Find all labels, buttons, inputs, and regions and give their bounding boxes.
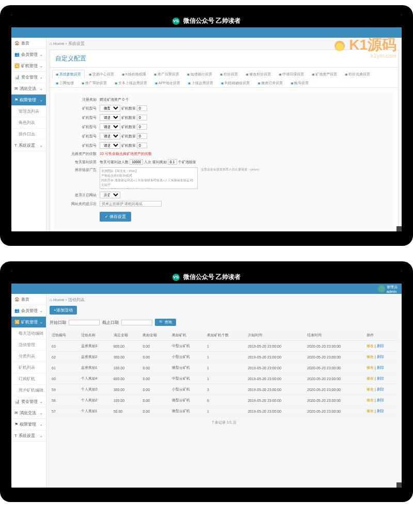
tab-11[interactable]: ▣推广帮助设置 <box>78 79 110 87</box>
open-select[interactable]: 开启 <box>100 192 120 198</box>
nav-icon: 📊 <box>14 75 20 80</box>
sidebar-sub-管理员列表[interactable]: 管理员列表 <box>11 106 46 117</box>
tab-0[interactable]: ▣系统参数设置 <box>52 70 85 79</box>
sidebar-item-会员管理[interactable]: 👥会员管理⌄ <box>11 305 46 317</box>
tab-14[interactable]: ▣上煤运用设置 <box>184 79 217 87</box>
tab-15[interactable]: ▣利得精确值设置 <box>217 79 253 87</box>
title-text: 微信公众号 乙帅读者 <box>183 17 241 24</box>
sidebar-item-系统设置[interactable]: T系统设置⌄ <box>11 430 46 442</box>
edit-link[interactable]: 修改 <box>367 377 374 380</box>
delete-link[interactable]: 删除 <box>377 398 384 402</box>
tab-icon: ▣ <box>291 82 294 85</box>
filter-row: 开始日期 截止日期 🔍 查询 <box>50 319 399 326</box>
edit-link[interactable]: 修改 <box>367 409 374 413</box>
tab-8[interactable]: ▣矿池资产设置 <box>308 70 341 79</box>
edit-link[interactable]: 修改 <box>367 398 374 402</box>
sidebar-item-系统设置[interactable]: T系统设置⌄ <box>11 140 46 151</box>
tab-4[interactable]: ▣短信银行设置 <box>183 70 216 79</box>
delete-link[interactable]: 删除 <box>377 344 384 348</box>
table-row: 61直推奖励1100.000.00微型云矿机12019-05-20 23:00:… <box>50 363 399 373</box>
kj-count-input-4[interactable] <box>137 143 147 148</box>
promo-textarea[interactable]: 亚洲国际【英文名：PHK】 严格组合准则影响模式 内部库存 连接验证码送+上市前… <box>100 167 198 189</box>
activity-table: 活动编号活动名称满足金额奖励金额奖励矿机奖励矿机个数开始时间结束时间操作 63直… <box>50 330 399 417</box>
close-label: 网站关闭提示语 <box>65 201 100 207</box>
nav-icon: ✉ <box>14 411 18 415</box>
tab-icon: ▣ <box>89 73 92 76</box>
col-header: 奖励矿机个数 <box>205 330 246 341</box>
sidebar-item-首页[interactable]: 🏠首页 <box>11 294 46 305</box>
kj-count-input-0[interactable] <box>137 105 147 111</box>
delete-link[interactable]: 删除 <box>377 355 384 358</box>
chevron-down-icon: ⌄ <box>40 87 43 91</box>
tab-12[interactable]: ▣文本上煤运用设置 <box>111 79 151 87</box>
tab-icon: ▣ <box>345 73 348 76</box>
reg-label: 注册奖励 <box>65 97 100 102</box>
sidebar-item-权限管理[interactable]: ⚑权限管理⌄ <box>11 95 46 106</box>
kj-count-input-2[interactable] <box>137 124 147 130</box>
user-badge[interactable]: 管理员admin <box>378 285 398 293</box>
edit-link[interactable]: 修改 <box>367 387 374 391</box>
kj-count-input-1[interactable] <box>137 115 147 120</box>
sidebar-item-首页[interactable]: 🏠首页 <box>11 38 46 49</box>
sidebar-sub-角色列表[interactable]: 角色列表 <box>11 117 46 129</box>
tab-7[interactable]: ▣申请回报设置 <box>275 70 308 79</box>
sidebar-item-消息交流[interactable]: ✉消息交流⌄ <box>11 408 46 419</box>
delete-link[interactable]: 删除 <box>377 387 384 391</box>
table-row: 59个人奖励3300.000.00小型云矿机32019-05-20 23:00:… <box>50 384 399 395</box>
kj-type-select-2[interactable]: 请选择 <box>100 123 120 130</box>
tab-2[interactable]: ▣K线价格权限 <box>118 70 150 79</box>
tab-icon: ▣ <box>187 73 190 76</box>
sign-bonus-input[interactable] <box>168 159 177 165</box>
tab-16[interactable]: ▣微推订单设置 <box>254 79 287 87</box>
sidebar-item-资金管理[interactable]: 📊资金管理⌄ <box>11 72 46 83</box>
tab-17[interactable]: ▣账号设置 <box>287 79 312 87</box>
sidebar-sub-活动管理[interactable]: 活动管理 <box>11 339 46 351</box>
tab-9[interactable]: ▣积分兑换设置 <box>341 70 374 79</box>
home-icon[interactable]: ⌂ <box>50 41 52 46</box>
kj-type-select-1[interactable]: 请选择 <box>100 114 120 121</box>
close-input[interactable] <box>100 201 162 207</box>
kj-type-select-3[interactable]: 请选择 <box>100 133 120 139</box>
start-date-input[interactable] <box>69 320 100 325</box>
sidebar-item-会员管理[interactable]: 👥会员管理⌄ <box>11 49 46 60</box>
delete-link[interactable]: 删除 <box>377 377 384 380</box>
delete-link[interactable]: 删除 <box>377 366 384 369</box>
sidebar-sub-用户矿机编辑[interactable]: 用户矿机编辑 <box>11 385 46 396</box>
sidebar-item-资金管理[interactable]: 📊资金管理⌄ <box>11 396 46 408</box>
home-icon[interactable]: ⌂ <box>50 298 52 302</box>
kj-count-input-3[interactable] <box>137 133 147 139</box>
tab-6[interactable]: ▣修改积分设置 <box>242 70 275 79</box>
add-activity-button[interactable]: +添加活动 <box>50 306 77 315</box>
tab-13[interactable]: ▣APP地址设置 <box>151 79 184 87</box>
tab-icon: ▣ <box>258 82 261 85</box>
tab-10[interactable]: ▣三网短信 <box>52 79 77 87</box>
sidebar-item-矿机管理[interactable]: 🔀矿机管理⌄ <box>11 317 46 328</box>
kj-type-select-0[interactable]: 微型矿机 <box>100 105 120 112</box>
sidebar-item-权限管理[interactable]: ⚑权限管理⌄ <box>11 419 46 430</box>
tab-3[interactable]: ▣推广页面设置 <box>150 70 183 79</box>
delete-link[interactable]: 删除 <box>377 409 384 413</box>
edit-link[interactable]: 修改 <box>367 366 374 369</box>
scroll-corner-icon[interactable] <box>396 482 402 488</box>
sidebar-item-消息交流[interactable]: ✉消息交流⌄ <box>11 83 46 95</box>
scroll-corner-icon[interactable] <box>396 226 402 231</box>
end-date-input[interactable] <box>121 320 152 325</box>
edit-link[interactable]: 修改 <box>367 344 374 348</box>
sidebar-item-矿机管理[interactable]: 🔀矿机管理⌄ <box>11 60 46 72</box>
tab-icon: ▣ <box>188 82 191 85</box>
save-button[interactable]: ✓ 保存设置 <box>100 212 131 222</box>
sign-count-input[interactable] <box>130 159 143 165</box>
kj-type-select-4[interactable]: 请选择 <box>100 142 120 149</box>
tab-1[interactable]: ▣交易中心设置 <box>85 70 118 79</box>
sidebar-sub-操作日志[interactable]: 操作日志 <box>11 129 46 140</box>
sidebar-sub-矿机列表[interactable]: 矿机列表 <box>11 362 46 373</box>
sidebar-sub-每天活动编辑[interactable]: 每天活动编辑 <box>11 328 46 339</box>
card-title: 自定义配置 <box>50 50 398 68</box>
titlebar-2: VS 微信公众号 乙帅读者 <box>11 271 402 284</box>
edit-link[interactable]: 修改 <box>367 355 374 358</box>
tab-5[interactable]: ▣积分设置 <box>216 70 242 79</box>
sidebar-sub-订购矿机[interactable]: 订购矿机 <box>11 373 46 385</box>
query-button[interactable]: 🔍 查询 <box>155 319 176 326</box>
tab-icon: ▣ <box>220 73 223 76</box>
sidebar-sub-分类列表[interactable]: 分类列表 <box>11 351 46 362</box>
